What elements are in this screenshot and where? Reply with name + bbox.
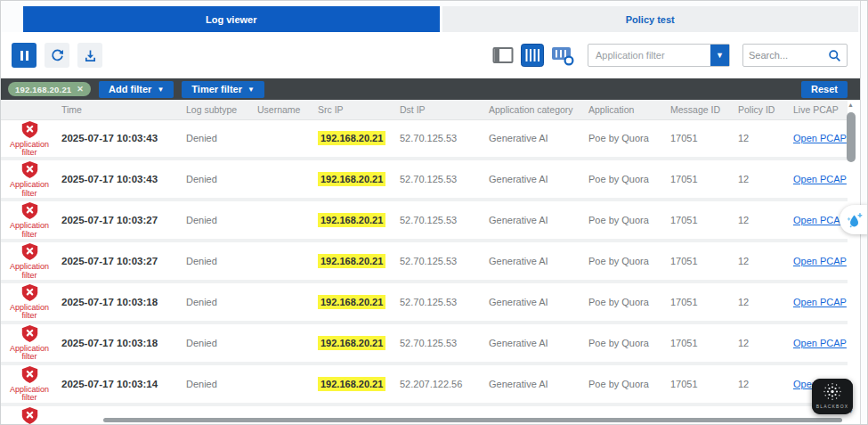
- pause-icon: [20, 51, 28, 61]
- highlighted-src-ip: 192.168.20.21: [318, 336, 385, 350]
- log-table-row[interactable]: Application filter 2025-07-17 10:03:14 D…: [1, 364, 848, 405]
- policy-id-cell: 12: [734, 364, 790, 405]
- highlighted-src-ip: 192.168.20.21: [318, 377, 385, 391]
- col-time[interactable]: Time: [58, 100, 183, 119]
- policy-id-cell: 12: [734, 119, 790, 159]
- time-cell: 2025-07-17 10:03:27: [58, 200, 183, 241]
- tab-log-viewer[interactable]: Log viewer: [23, 6, 440, 32]
- application-category-cell: Generative AI: [485, 200, 585, 241]
- application-cell: Poe by Quora: [585, 119, 667, 159]
- log-table-row[interactable]: Application filter 2025-07-17 10:03:43 D…: [1, 159, 848, 200]
- dst-ip-cell: 52.70.125.53: [396, 282, 485, 323]
- log-type-cell: Application filter: [1, 323, 58, 364]
- col-dst-ip[interactable]: Dst IP: [396, 100, 485, 119]
- log-table-row[interactable]: Application filter 2025-07-17 10:03:27 D…: [1, 200, 848, 241]
- highlighted-src-ip: 192.168.20.21: [318, 254, 385, 268]
- chip-close-icon[interactable]: ✕: [77, 85, 84, 94]
- reset-button[interactable]: Reset: [801, 81, 848, 98]
- search-icon[interactable]: [828, 49, 841, 62]
- live-pcap-cell: Open PCAP: [790, 159, 848, 200]
- open-pcap-link[interactable]: Open PCAP: [793, 297, 847, 307]
- application-category-cell: Generative AI: [485, 241, 585, 282]
- col-src-ip[interactable]: Src IP: [314, 100, 396, 119]
- message-id-cell: 17051: [667, 364, 734, 405]
- message-id-cell: 17051: [667, 282, 734, 323]
- col-message-id[interactable]: Message ID: [667, 100, 734, 119]
- log-table-row[interactable]: Application filter 2025-07-17 10:03:43 D…: [1, 119, 848, 159]
- open-pcap-link[interactable]: Open PCAP: [793, 174, 847, 184]
- col-username[interactable]: Username: [254, 100, 314, 119]
- src-ip-cell: 192.168.20.21: [314, 200, 396, 241]
- application-filter-placeholder: Application filter: [588, 50, 710, 61]
- columns-view-button[interactable]: [521, 44, 544, 67]
- col-live-pcap[interactable]: Live PCAP: [790, 100, 848, 119]
- log-subtype-cell: Denied: [183, 241, 254, 282]
- open-pcap-link[interactable]: Open PCAP: [793, 338, 847, 348]
- scroll-up-arrow-icon[interactable]: ▲: [848, 102, 854, 108]
- open-pcap-link[interactable]: Open PCAP: [793, 256, 847, 266]
- log-table: Time Log subtype Username Src IP Dst IP …: [1, 100, 848, 425]
- application-filter-shield-icon: [21, 406, 38, 425]
- src-ip-cell: 192.168.20.21: [314, 364, 396, 405]
- blackbox-logo-text: BLACKBOX: [816, 404, 849, 409]
- reset-label: Reset: [811, 84, 838, 94]
- application-cell: Poe by Quora: [585, 159, 667, 200]
- col-application-category[interactable]: Application category: [485, 100, 585, 119]
- live-pcap-cell: Open PCAP: [790, 323, 848, 364]
- chevron-down-icon: ▼: [157, 86, 164, 94]
- highlighted-src-ip: 192.168.20.21: [318, 131, 385, 145]
- open-pcap-link[interactable]: Open PCAP: [793, 215, 847, 225]
- log-type-label: Application filter: [2, 386, 57, 403]
- open-pcap-link[interactable]: Open PCAP: [793, 133, 847, 143]
- log-table-body: Application filter 2025-07-17 10:03:43 D…: [1, 119, 848, 425]
- log-type-label: Application filter: [2, 181, 57, 198]
- src-ip-cell: 192.168.20.21: [314, 159, 396, 200]
- vertical-scrollbar-thumb[interactable]: [847, 112, 856, 162]
- src-ip-cell: 192.168.20.21: [314, 241, 396, 282]
- pause-button[interactable]: [12, 43, 37, 68]
- highlighted-src-ip: 192.168.20.21: [318, 172, 385, 186]
- application-category-cell: Generative AI: [485, 323, 585, 364]
- col-log-subtype[interactable]: Log subtype: [183, 100, 254, 119]
- dst-ip-cell: 52.70.125.53: [396, 323, 485, 364]
- layout-view-button[interactable]: [492, 46, 514, 64]
- horizontal-scrollbar-thumb[interactable]: [103, 418, 842, 422]
- blackbox-logo-icon: BLACKBOX: [812, 379, 853, 414]
- refresh-icon: [50, 48, 65, 63]
- search-input[interactable]: [749, 50, 828, 61]
- application-category-cell: Generative AI: [485, 282, 585, 323]
- col-policy-id[interactable]: Policy ID: [734, 100, 790, 119]
- log-type-label: Application filter: [2, 345, 57, 362]
- refresh-button[interactable]: [45, 43, 69, 68]
- application-category-cell: Generative AI: [485, 159, 585, 200]
- log-type-cell: Application filter: [1, 405, 58, 425]
- blackbox-logo[interactable]: BLACKBOX: [812, 379, 853, 414]
- timer-filter-button[interactable]: Timer filter ▼: [182, 81, 264, 98]
- filter-chip-src-ip[interactable]: 192.168.20.21 ✕: [8, 82, 91, 96]
- application-filter-shield-icon: [21, 283, 38, 302]
- application-category-cell: Generative AI: [485, 364, 585, 405]
- dst-ip-cell: 52.70.125.53: [396, 241, 485, 282]
- search-box: [742, 44, 848, 67]
- message-id-cell: 17051: [667, 159, 734, 200]
- highlighted-src-ip: 192.168.20.21: [318, 213, 385, 227]
- src-ip-cell: 192.168.20.21: [314, 323, 396, 364]
- col-application[interactable]: Application: [585, 100, 667, 119]
- log-table-row[interactable]: Application filter 2025-07-17 10:03:18 D…: [1, 282, 848, 323]
- water-drop-sparkle-icon: [845, 210, 864, 230]
- log-type-label: Application filter: [2, 222, 57, 239]
- add-filter-button[interactable]: Add filter ▼: [99, 81, 174, 98]
- application-cell: Poe by Quora: [585, 282, 667, 323]
- tab-policy-test[interactable]: Policy test: [442, 6, 859, 32]
- application-cell: Poe by Quora: [585, 241, 667, 282]
- dst-ip-cell: 52.70.125.53: [396, 159, 485, 200]
- application-filter-select[interactable]: Application filter ▼: [588, 44, 730, 67]
- username-cell: [254, 323, 314, 364]
- export-button[interactable]: [77, 43, 102, 68]
- message-id-cell: 17051: [667, 119, 734, 159]
- column-settings-button[interactable]: [551, 45, 575, 67]
- message-id-cell: 17051: [667, 241, 734, 282]
- log-table-row[interactable]: Application filter 2025-07-17 10:03:27 D…: [1, 241, 848, 282]
- log-table-row[interactable]: Application filter 2025-07-17 10:03:18 D…: [1, 323, 848, 364]
- assistant-pill-button[interactable]: [840, 205, 868, 234]
